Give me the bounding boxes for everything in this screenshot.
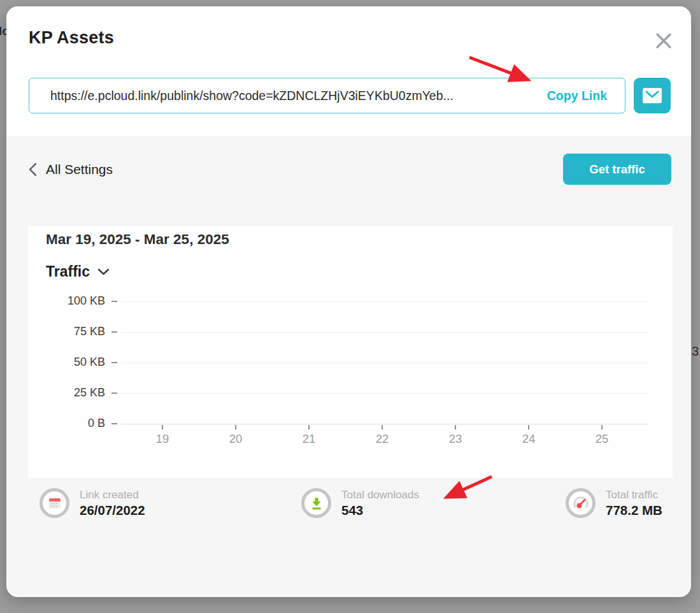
copy-link-button[interactable]: Copy Link: [534, 89, 625, 103]
download-glyph: [309, 496, 324, 511]
x-axis-label: 22: [368, 432, 396, 446]
x-axis-tick: [308, 425, 310, 429]
x-axis-label: 19: [148, 432, 176, 446]
get-traffic-button[interactable]: Get traffic: [563, 154, 671, 185]
stat-total-traffic: Total traffic 778.2 MB: [566, 488, 662, 518]
x-axis-label: 25: [588, 432, 616, 446]
gridline: [121, 363, 648, 363]
traffic-chart-card: Mar 19, 2025 - Mar 25, 2025 Traffic 100 …: [28, 226, 673, 478]
gridline: [121, 332, 648, 333]
envelope-icon: [641, 87, 663, 104]
x-axis-tick: [455, 425, 456, 429]
stat-value: 543: [341, 503, 419, 518]
send-email-button[interactable]: [634, 78, 671, 113]
share-link-url: https://e.pcloud.link/publink/show?code=…: [29, 89, 454, 103]
gauge-icon: [566, 488, 596, 518]
gridline: [121, 393, 648, 394]
y-axis-tick: [111, 362, 117, 363]
stat-label: Link created: [80, 489, 145, 501]
y-axis-tick: [111, 393, 117, 394]
x-axis-label: 21: [295, 432, 323, 446]
calendar-icon: [39, 488, 69, 518]
share-link-field[interactable]: https://e.pcloud.link/publink/show?code=…: [29, 78, 625, 113]
y-axis-label: 25 KB: [28, 386, 105, 400]
chevron-left-icon: [29, 162, 37, 177]
x-axis-label: 24: [515, 432, 543, 446]
close-x-glyph: [655, 32, 673, 50]
stat-value: 26/07/2022: [80, 503, 145, 518]
x-axis-label: 23: [441, 432, 469, 446]
gauge-glyph: [573, 495, 589, 512]
close-icon[interactable]: [651, 28, 676, 54]
y-axis-tick: [111, 423, 117, 424]
gridline: [121, 424, 648, 424]
back-label: All Settings: [46, 162, 113, 177]
back-to-all-settings[interactable]: All Settings: [29, 162, 113, 177]
share-link-row: https://e.pcloud.link/publink/show?code=…: [29, 78, 671, 113]
x-axis-tick: [528, 425, 529, 429]
stat-total-downloads: Total downloads 543: [301, 488, 419, 518]
y-axis-label: 75 KB: [28, 325, 105, 338]
y-axis-label: 0 B: [28, 417, 105, 430]
link-stats-modal: KP Assets https://e.pcloud.link/publink/…: [6, 6, 691, 597]
x-axis-label: 20: [222, 432, 250, 446]
x-axis-tick: [235, 425, 236, 429]
y-axis-label: 50 KB: [28, 356, 105, 369]
y-axis-label: 100 KB: [28, 294, 105, 308]
x-axis-tick: [162, 425, 163, 429]
download-icon: [301, 488, 331, 518]
stat-value: 778.2 MB: [606, 503, 662, 518]
calendar-glyph: [47, 496, 62, 511]
background-text-fragment: 3.: [692, 344, 700, 359]
screen: lo 3. KP Assets https://e.pcloud.link/pu…: [0, 0, 700, 613]
x-axis-tick: [382, 425, 383, 429]
stat-link-created: Link created 26/07/2022: [39, 488, 145, 518]
settings-row: All Settings Get traffic: [29, 154, 671, 185]
stat-label: Total downloads: [341, 489, 419, 501]
modal-header: KP Assets https://e.pcloud.link/publink/…: [6, 6, 691, 136]
x-axis-tick: [601, 425, 603, 429]
y-axis-tick: [111, 301, 117, 302]
gridline: [121, 301, 648, 302]
modal-title: KP Assets: [29, 28, 114, 48]
traffic-chart: 100 KB75 KB50 KB25 KB0 B19202122232425: [28, 226, 673, 478]
y-axis-tick: [111, 331, 117, 333]
stat-label: Total traffic: [606, 489, 662, 501]
